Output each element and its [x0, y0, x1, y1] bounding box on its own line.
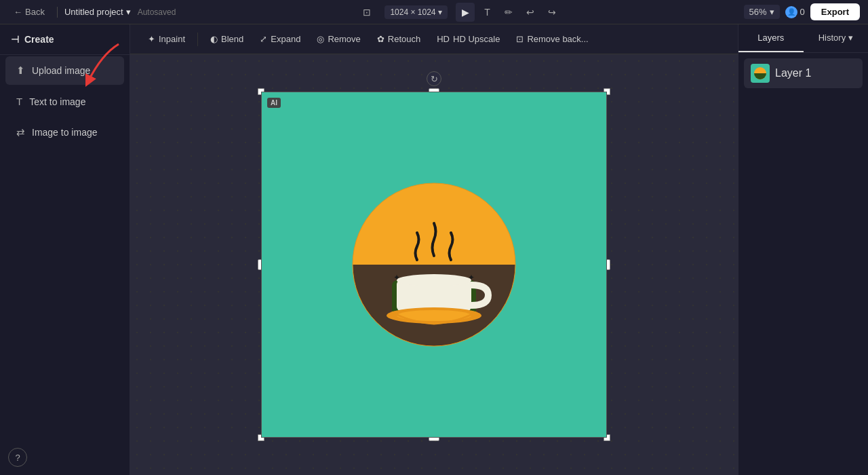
image-to-image-icon: ⇄ — [16, 126, 25, 138]
back-icon: ← — [14, 7, 22, 17]
sidebar-item-text-to-image[interactable]: T Text to image — [5, 88, 124, 115]
canvas-image: AI — [261, 92, 607, 438]
topbar-separator — [57, 7, 58, 18]
autosaved-status: Autosaved — [138, 7, 176, 17]
remove-bg-button[interactable]: ⊡ Remove back... — [509, 31, 595, 48]
resize-tool-button[interactable]: ⊡ — [357, 3, 376, 22]
svg-text:✦: ✦ — [468, 273, 475, 282]
user-avatar: 👤 — [785, 6, 797, 18]
retouch-icon: ✿ — [377, 34, 384, 44]
zoom-value: 56% — [749, 7, 767, 17]
layer-item[interactable]: Layer 1 — [744, 58, 863, 88]
topbar: ← Back Untitled project ▾ Autosaved ⊡ 10… — [0, 0, 868, 24]
zoom-control[interactable]: 56% ▾ — [744, 5, 780, 19]
ai-badge: AI — [267, 98, 281, 108]
toolbar-tools: ▶ T ✏ ↩ ↪ — [456, 3, 561, 22]
expand-label: Expand — [271, 34, 300, 44]
hd-icon: HD — [437, 34, 450, 44]
user-indicator: 👤 0 — [785, 6, 805, 18]
back-button[interactable]: ← Back — [8, 5, 50, 19]
inpaint-icon: ✦ — [148, 34, 155, 44]
user-icon: 👤 — [787, 8, 795, 16]
blend-label: Blend — [221, 34, 243, 44]
text-icon: T — [16, 96, 22, 107]
help-button[interactable]: ? — [8, 448, 27, 467]
chevron-down-icon: ▾ — [438, 7, 442, 17]
upscale-button[interactable]: HD HD Upscale — [430, 31, 507, 48]
topbar-left: ← Back Untitled project ▾ Autosaved — [8, 5, 176, 19]
upload-image-label: Upload image — [32, 65, 90, 76]
right-sidebar: Layers History ▾ Layer 1 — [738, 24, 868, 475]
canvas-viewport[interactable]: ↻ AI — [130, 54, 738, 475]
right-sidebar-header: Layers History ▾ — [738, 24, 868, 53]
sidebar-bottom: ? — [0, 440, 130, 475]
upscale-label: HD Upscale — [453, 34, 500, 44]
redo-button[interactable]: ↪ — [542, 3, 561, 22]
upload-icon: ⬆ — [16, 64, 25, 77]
dimension-selector[interactable]: 1024 × 1024 ▾ — [384, 5, 448, 19]
inpaint-label: Inpaint — [159, 34, 185, 44]
coffee-graphic: ✦ ✦ — [349, 180, 519, 349]
layer-thumbnail — [751, 64, 770, 83]
tab-layers[interactable]: Layers — [738, 24, 804, 52]
dimension-text: 1024 × 1024 — [390, 7, 435, 17]
project-name-text: Untitled project — [64, 7, 123, 17]
remove-bg-icon: ⊡ — [516, 34, 524, 44]
rotate-handle[interactable]: ↻ — [427, 71, 441, 86]
main-content: ⊣ Create ⬆ Upload image T Text to image … — [0, 24, 868, 475]
undo-button[interactable]: ↩ — [521, 3, 540, 22]
chevron-down-icon: ▾ — [126, 7, 131, 17]
remove-icon: ◎ — [317, 34, 324, 44]
toolbar-strip: ✦ Inpaint ◐ Blend ⤢ Expand ◎ Remove ✿ Re… — [130, 24, 738, 54]
tab-history[interactable]: History ▾ — [804, 24, 869, 52]
left-sidebar: ⊣ Create ⬆ Upload image T Text to image … — [0, 24, 130, 475]
layer-name: Layer 1 — [775, 67, 811, 79]
user-count: 0 — [800, 7, 805, 17]
sidebar-item-image-to-image[interactable]: ⇄ Image to image — [5, 118, 124, 147]
retouch-button[interactable]: ✿ Retouch — [370, 31, 427, 48]
export-button[interactable]: Export — [810, 3, 860, 20]
svg-text:✦: ✦ — [393, 273, 400, 282]
text-tool-button[interactable]: T — [477, 3, 496, 22]
strip-separator — [197, 33, 198, 46]
topbar-right: 56% ▾ 👤 0 Export — [744, 3, 860, 20]
remove-label: Remove — [328, 34, 360, 44]
layers-list: Layer 1 — [738, 53, 868, 96]
canvas-container: ↻ AI — [261, 92, 607, 438]
retouch-label: Retouch — [388, 34, 420, 44]
project-name[interactable]: Untitled project ▾ — [64, 7, 131, 17]
sidebar-item-upload-image[interactable]: ⬆ Upload image — [5, 56, 124, 85]
create-icon: ⊣ — [11, 34, 19, 45]
create-label: Create — [24, 34, 54, 45]
expand-button[interactable]: ⤢ Expand — [253, 31, 307, 48]
back-label: Back — [25, 7, 45, 17]
remove-button[interactable]: ◎ Remove — [310, 31, 367, 48]
chevron-down-icon: ▾ — [848, 33, 853, 43]
blend-icon: ◐ — [210, 34, 218, 44]
svg-point-7 — [397, 274, 471, 286]
remove-bg-label: Remove back... — [527, 34, 588, 44]
pen-tool-button[interactable]: ✏ — [499, 3, 518, 22]
select-tool-button[interactable]: ▶ — [456, 3, 475, 22]
blend-button[interactable]: ◐ Blend — [203, 31, 250, 48]
inpaint-button[interactable]: ✦ Inpaint — [141, 31, 192, 48]
expand-icon: ⤢ — [260, 34, 267, 44]
topbar-center: ⊡ 1024 × 1024 ▾ ▶ T ✏ ↩ ↪ — [181, 3, 738, 22]
history-tab-label: History — [818, 33, 846, 43]
canvas-area: ✦ Inpaint ◐ Blend ⤢ Expand ◎ Remove ✿ Re… — [130, 24, 738, 475]
create-header: ⊣ Create — [0, 24, 130, 55]
chevron-down-icon: ▾ — [770, 7, 774, 17]
image-to-image-label: Image to image — [32, 127, 98, 138]
text-to-image-label: Text to image — [29, 96, 85, 107]
